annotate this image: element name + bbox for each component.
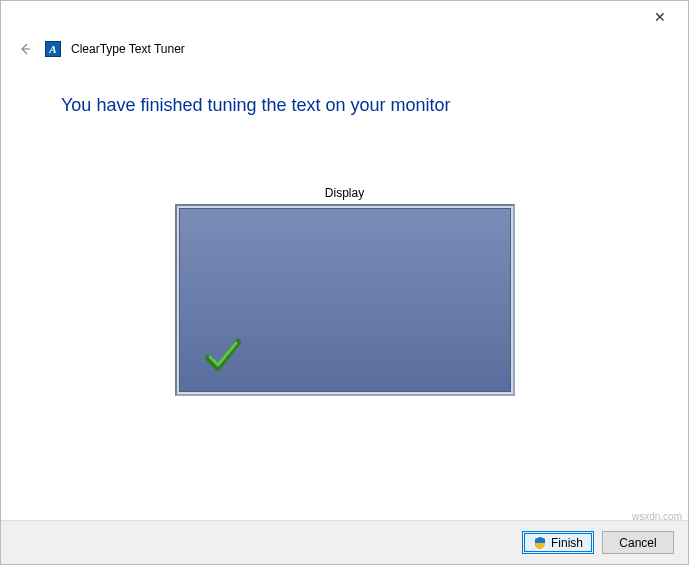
content-area: You have finished tuning the text on you… (1, 65, 688, 520)
back-button[interactable] (15, 39, 35, 59)
finish-button-label: Finish (551, 536, 583, 550)
cancel-button-label: Cancel (619, 536, 656, 550)
wizard-header: A ClearType Text Tuner (1, 33, 688, 65)
checkmark-icon (202, 334, 244, 379)
app-title: ClearType Text Tuner (71, 42, 185, 56)
back-arrow-icon (17, 41, 33, 57)
app-icon: A (45, 41, 61, 57)
page-heading: You have finished tuning the text on you… (61, 95, 628, 116)
close-button[interactable]: ✕ (640, 3, 680, 31)
close-icon: ✕ (654, 9, 666, 25)
finish-button[interactable]: Finish (522, 531, 594, 554)
wizard-footer: Finish Cancel (1, 520, 688, 564)
monitor-preview-frame (175, 204, 515, 396)
cancel-button[interactable]: Cancel (602, 531, 674, 554)
monitor-preview-screen (179, 208, 511, 392)
wizard-window: ✕ A ClearType Text Tuner You have finish… (0, 0, 689, 565)
shield-icon (533, 536, 547, 550)
titlebar: ✕ (1, 1, 688, 33)
display-label: Display (61, 186, 628, 200)
